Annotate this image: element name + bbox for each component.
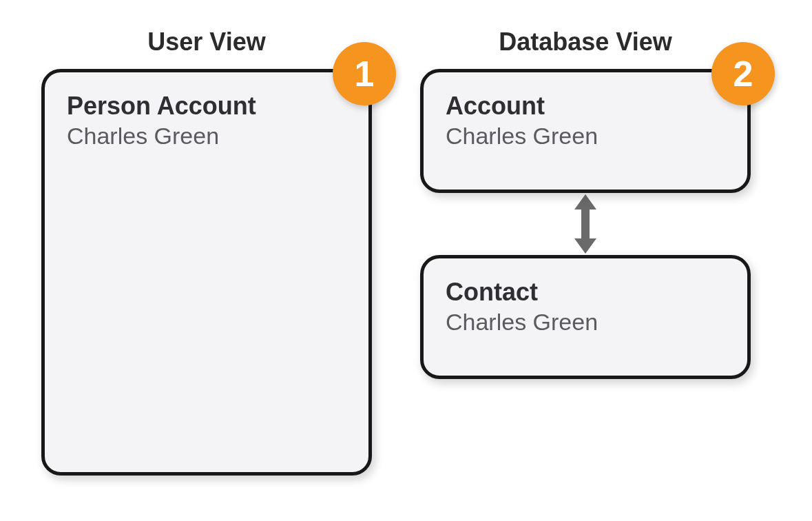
database-view-column: Database View 2 Account Charles Green Co… [420, 28, 751, 379]
diagram-container: User View 1 Person Account Charles Green… [0, 0, 812, 503]
badge-one: 1 [333, 42, 396, 105]
user-view-title: User View [147, 28, 265, 57]
contact-card: Contact Charles Green [420, 255, 751, 379]
account-label: Account [446, 92, 725, 120]
badge-two: 2 [711, 42, 775, 105]
bidirectional-arrow-icon [420, 193, 751, 255]
contact-label: Contact [446, 278, 725, 306]
svg-marker-2 [574, 238, 596, 254]
database-view-title: Database View [499, 28, 672, 57]
account-card: 2 Account Charles Green [420, 69, 751, 193]
contact-value: Charles Green [446, 307, 725, 337]
person-account-card: 1 Person Account Charles Green [41, 69, 372, 476]
account-value: Charles Green [446, 121, 725, 151]
person-account-label: Person Account [67, 92, 346, 120]
svg-rect-1 [581, 208, 590, 240]
user-view-column: User View 1 Person Account Charles Green [41, 28, 372, 476]
svg-marker-0 [574, 194, 596, 210]
person-account-value: Charles Green [67, 121, 346, 151]
